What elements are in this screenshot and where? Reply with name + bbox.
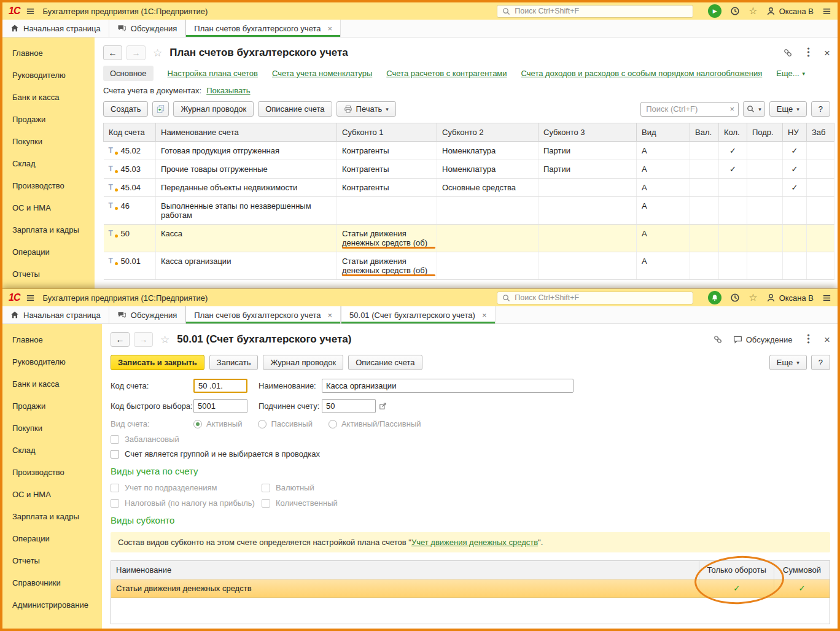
- sidebar-item-administrirovanie[interactable]: Администрирование: [2, 594, 102, 616]
- subconto3[interactable]: Партии: [539, 142, 637, 160]
- account-name[interactable]: Готовая продукция отгруженная: [156, 142, 337, 160]
- clear-search-icon[interactable]: ×: [726, 104, 738, 114]
- parent-account-input[interactable]: [322, 399, 376, 413]
- sidebar-item-operacii[interactable]: Операции: [2, 527, 102, 549]
- subconto2[interactable]: [437, 225, 539, 252]
- subconto2[interactable]: [437, 252, 539, 280]
- hamburger-menu-icon[interactable]: [26, 293, 35, 303]
- subconto2[interactable]: Основные средства: [437, 179, 539, 197]
- account-name[interactable]: Касса организации: [156, 252, 337, 280]
- sidebar-item-sklad[interactable]: Склад: [2, 152, 95, 174]
- sidebar-item-spravochniki[interactable]: Справочники: [2, 571, 102, 594]
- global-search[interactable]: [497, 292, 693, 304]
- account-row[interactable]: Т50.01 Касса организации Статьи движения…: [104, 252, 834, 280]
- save-and-close-button[interactable]: Записать и закрыть: [111, 355, 204, 370]
- sidebar-item-os-nma[interactable]: ОС и НМА: [2, 483, 102, 505]
- sidebar-item-zarplata[interactable]: Зарплата и кадры: [2, 219, 95, 241]
- favorites-icon[interactable]: ☆: [749, 6, 757, 16]
- sidebar-item-prodazhi[interactable]: Продажи: [2, 108, 95, 130]
- account-row[interactable]: Т46 Выполненные этапы по незавершенным р…: [104, 197, 834, 225]
- vid[interactable]: А: [637, 179, 690, 197]
- search-options-button[interactable]: ▾: [743, 101, 765, 117]
- account-name[interactable]: Переданные объекты недвижимости: [156, 179, 337, 197]
- hamburger-menu-icon[interactable]: [26, 7, 35, 16]
- account-name[interactable]: Прочие товары отгруженные: [156, 160, 337, 179]
- more-button[interactable]: Еще▾: [769, 101, 807, 117]
- account-row[interactable]: Т45.03 Прочие товары отгруженные Контраг…: [104, 160, 834, 179]
- kol-flag[interactable]: ✓: [719, 142, 747, 160]
- subconto3[interactable]: [539, 179, 637, 197]
- more-actions-icon[interactable]: •••: [804, 47, 812, 58]
- subconto1[interactable]: Статьи движения денежных средств (об): [337, 252, 437, 280]
- favorite-star-icon[interactable]: ☆: [160, 333, 169, 346]
- user-menu[interactable]: Оксана В: [766, 293, 814, 303]
- tab-account-50-01[interactable]: 50.01 (Счет бухгалтерского учета) ×: [341, 306, 495, 323]
- navtab-kontragenty[interactable]: Счета расчетов с контрагентами: [386, 69, 507, 78]
- user-menu[interactable]: Оксана В: [766, 7, 814, 16]
- discussion-button[interactable]: Обсуждение: [733, 335, 793, 344]
- save-button[interactable]: Записать: [209, 355, 259, 370]
- subconto3[interactable]: Партии: [539, 160, 637, 179]
- back-button[interactable]: ←: [103, 45, 122, 60]
- val-flag[interactable]: [690, 142, 719, 160]
- sidebar-item-bank-kassa[interactable]: Банк и касса: [2, 86, 95, 108]
- back-button[interactable]: ←: [111, 332, 130, 347]
- subconto2[interactable]: [437, 197, 539, 225]
- account-name[interactable]: Выполненные этапы по незавершенным работ…: [156, 197, 337, 225]
- tab-discussions[interactable]: Обсуждения: [109, 20, 186, 37]
- help-button[interactable]: ?: [811, 355, 830, 370]
- play-button[interactable]: ▶: [708, 4, 721, 18]
- tab-chart-of-accounts[interactable]: План счетов бухгалтерского учета ×: [185, 20, 341, 37]
- print-button[interactable]: Печать ▾: [336, 101, 396, 117]
- global-search[interactable]: [497, 5, 693, 18]
- create-group-button[interactable]: [152, 101, 169, 117]
- subconto1[interactable]: Контрагенты: [337, 142, 437, 160]
- global-search-input[interactable]: [515, 293, 688, 302]
- subconto2[interactable]: Номенклатура: [437, 160, 539, 179]
- subconto3[interactable]: [539, 252, 637, 280]
- navtab-dohody-rashody[interactable]: Счета доходов и расходов с особым порядк…: [521, 69, 763, 78]
- turnover-only-flag[interactable]: ✓: [699, 579, 774, 597]
- tab-discussions[interactable]: Обсуждения: [109, 306, 186, 323]
- sidebar-item-zarplata[interactable]: Зарплата и кадры: [2, 505, 102, 527]
- favorites-icon[interactable]: ☆: [749, 293, 757, 303]
- sidebar-item-rukovoditelyu[interactable]: Руководителю: [2, 350, 102, 373]
- account-name-input[interactable]: [322, 379, 574, 393]
- show-link[interactable]: Показывать: [206, 86, 250, 95]
- sidebar-item-pokupki[interactable]: Покупки: [2, 417, 102, 439]
- sidebar-item-otchety[interactable]: Отчеты: [2, 549, 102, 571]
- vid[interactable]: А: [637, 197, 690, 225]
- history-icon[interactable]: [730, 293, 740, 303]
- notifications-button[interactable]: [708, 291, 721, 304]
- create-button[interactable]: Создать: [103, 101, 148, 117]
- tab-home[interactable]: Начальная страница: [2, 20, 109, 37]
- vid[interactable]: А: [637, 252, 690, 280]
- sidebar-item-proizvodstvo[interactable]: Производство: [2, 461, 102, 483]
- vid[interactable]: А: [637, 142, 690, 160]
- global-search-input[interactable]: [515, 7, 688, 15]
- sidebar-item-pokupki[interactable]: Покупки: [2, 130, 95, 152]
- tab-chart-of-accounts[interactable]: План счетов бухгалтерского учета ×: [185, 306, 341, 323]
- close-tab-icon[interactable]: ×: [327, 24, 332, 33]
- tab-home[interactable]: Начальная страница: [2, 306, 109, 323]
- more-button[interactable]: Еще▾: [769, 355, 807, 370]
- nu-flag[interactable]: ✓: [783, 142, 807, 160]
- sum-flag[interactable]: ✓: [774, 579, 830, 597]
- cash-flow-settings-link[interactable]: Учет движения денежных средств: [411, 538, 538, 547]
- close-tab-icon[interactable]: ×: [327, 311, 332, 320]
- podr-flag[interactable]: [747, 142, 783, 160]
- subconto1[interactable]: Статьи движения денежных средств (об): [337, 225, 437, 252]
- navtab-nomenklatura[interactable]: Счета учета номенклатуры: [272, 69, 372, 78]
- help-button[interactable]: ?: [811, 101, 830, 117]
- sidebar-item-prodazhi[interactable]: Продажи: [2, 395, 102, 417]
- sidebar-item-glavnoe[interactable]: Главное: [2, 42, 95, 64]
- list-search-input[interactable]: [641, 104, 726, 114]
- navtab-nastroyka[interactable]: Настройка плана счетов: [168, 69, 258, 78]
- account-code-input[interactable]: [193, 379, 247, 393]
- list-search[interactable]: ×: [640, 102, 739, 117]
- account-description-button[interactable]: Описание счета: [348, 355, 422, 370]
- subconto1[interactable]: [337, 197, 437, 225]
- vid[interactable]: А: [637, 160, 690, 179]
- close-icon[interactable]: ×: [824, 48, 830, 58]
- sidebar-item-os-nma[interactable]: ОС и НМА: [2, 196, 95, 219]
